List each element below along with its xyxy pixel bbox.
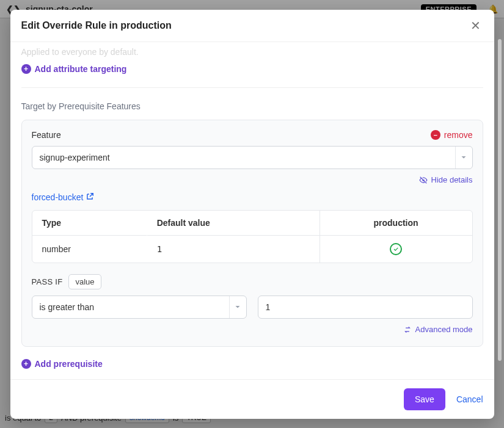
advanced-mode-button[interactable]: Advanced mode: [403, 325, 473, 334]
passif-label: PASS IF: [32, 277, 63, 286]
remove-button[interactable]: – remove: [431, 130, 473, 140]
section-title: Target by Prerequisite Features: [21, 101, 483, 111]
add-attr-label: Add attribute targeting: [35, 64, 127, 74]
operator-select[interactable]: is greater than: [32, 296, 247, 319]
minus-circle-icon: –: [431, 130, 440, 140]
linked-feature-link[interactable]: forced-bucket: [32, 192, 95, 203]
passif-pill: value: [68, 274, 101, 289]
td-env-status: [320, 236, 472, 263]
scrollbar[interactable]: [498, 39, 502, 389]
check-circle-icon: [390, 243, 402, 255]
scrollbar-thumb[interactable]: [498, 39, 502, 361]
prerequisite-card: Feature – remove signup-experiment: [21, 120, 483, 347]
hide-details-button[interactable]: Hide details: [419, 175, 473, 184]
chevron-down-icon: [229, 296, 246, 318]
table-row: number 1: [32, 236, 472, 263]
th-default: Default value: [147, 211, 320, 236]
linked-feature-label: forced-bucket: [32, 192, 84, 202]
feature-select[interactable]: signup-experiment: [32, 146, 473, 169]
add-prerequisite-button[interactable]: + Add prerequisite: [21, 359, 103, 369]
remove-label: remove: [444, 130, 473, 140]
td-type: number: [32, 236, 147, 263]
plus-circle-icon: +: [21, 64, 31, 74]
feature-label: Feature: [32, 130, 61, 140]
edit-rule-modal: Edit Override Rule in production ✕ Appli…: [10, 10, 494, 419]
th-env: production: [320, 211, 472, 236]
modal-header: Edit Override Rule in production ✕: [10, 10, 494, 42]
plus-circle-icon: +: [21, 359, 31, 369]
th-type: Type: [32, 211, 147, 236]
modal-overlay: Edit Override Rule in production ✕ Appli…: [0, 0, 504, 428]
close-icon: ✕: [470, 19, 481, 32]
modal-footer: Save Cancel: [10, 379, 494, 419]
pass-if-row: PASS IF value: [32, 274, 473, 289]
divider: [21, 87, 483, 88]
close-button[interactable]: ✕: [468, 17, 483, 34]
advanced-label: Advanced mode: [415, 325, 473, 334]
add-prereq-label: Add prerequisite: [35, 359, 103, 369]
add-attribute-targeting-button[interactable]: + Add attribute targeting: [21, 64, 127, 74]
applied-text: Applied to everyone by default.: [21, 42, 483, 57]
modal-title: Edit Override Rule in production: [21, 20, 172, 31]
cancel-button[interactable]: Cancel: [456, 394, 483, 404]
save-button[interactable]: Save: [404, 388, 445, 410]
modal-body: Applied to everyone by default. + Add at…: [10, 42, 494, 379]
feature-select-value: signup-experiment: [40, 153, 110, 162]
hide-details-label: Hide details: [431, 175, 473, 184]
swap-icon: [403, 325, 412, 334]
compare-value-input[interactable]: [258, 296, 473, 319]
eye-off-icon: [419, 176, 428, 184]
feature-details-table: Type Default value production number 1: [32, 210, 473, 263]
td-default: 1: [147, 236, 320, 263]
external-link-icon: [86, 192, 94, 203]
chevron-down-icon: [455, 147, 472, 169]
operator-value: is greater than: [40, 302, 95, 312]
